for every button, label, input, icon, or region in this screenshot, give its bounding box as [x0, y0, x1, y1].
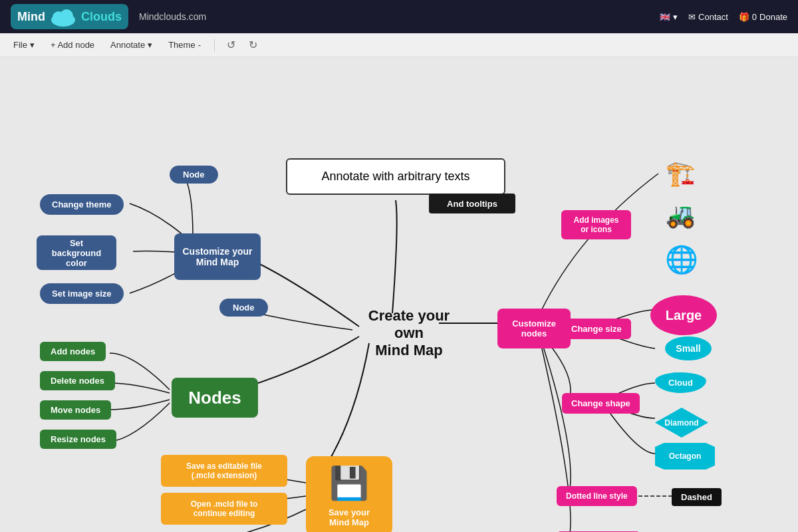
small-node[interactable]: Small [665, 336, 712, 360]
toolbar: File ▾ + Add node Annotate ▾ Theme - ↺ ↻ [0, 33, 798, 57]
resize-nodes-node[interactable]: Resize nodes [40, 430, 116, 449]
annotate-menu[interactable]: Annotate ▾ [105, 37, 158, 53]
language-selector[interactable]: 🇬🇧 ▾ [660, 12, 678, 22]
move-nodes-node[interactable]: Move nodes [40, 400, 111, 420]
canvas-inner: Create your own Mind Map Annotate with a… [0, 57, 798, 532]
tooltip-node: And tooltips [429, 194, 515, 213]
set-image-size-node[interactable]: Set image size [40, 283, 124, 304]
navbar-right: 🇬🇧 ▾ ✉ Contact 🎁 0 Donate [660, 12, 787, 22]
center-node[interactable]: Create your own Mind Map [356, 310, 462, 356]
theme-menu[interactable]: Theme - [163, 37, 206, 53]
change-shape-node[interactable]: Change shape [562, 393, 640, 414]
customize-nodes-node[interactable]: Customize nodes [497, 309, 571, 348]
undo-button[interactable]: ↺ [223, 37, 239, 53]
dashed-label-node[interactable]: Dashed [672, 488, 722, 506]
logo-clouds-text: Clouds [81, 10, 122, 24]
floppy-icon: 💾 [329, 465, 369, 502]
save-editable-node[interactable]: Save as editable file (.mcld extension) [161, 455, 287, 487]
donate-button[interactable]: 🎁 0 Donate [739, 12, 787, 22]
cloud-shape-node[interactable]: Cloud [655, 372, 706, 393]
center-node-label: Create your own Mind Map [356, 307, 462, 359]
add-images-node[interactable]: Add images or icons [561, 210, 631, 239]
set-bg-color-node[interactable]: Set background color [37, 235, 116, 270]
change-size-node[interactable]: Change size [562, 319, 631, 339]
navbar: Mind Clouds Mindclouds.com 🇬🇧 ▾ ✉ Contac… [0, 0, 798, 33]
logo-box: Mind Clouds [11, 4, 128, 29]
large-node[interactable]: Large [650, 295, 717, 335]
delete-nodes-node[interactable]: Delete nodes [40, 371, 115, 390]
bulldozer-icon: 🚜 [650, 197, 710, 233]
node-label-1[interactable]: Node [170, 166, 218, 184]
add-node-button[interactable]: + Add node [45, 37, 100, 53]
org-chart-icon: 🏗️ [650, 154, 710, 194]
separator [214, 39, 215, 52]
diamond-shape-node[interactable]: Diamond [655, 408, 708, 438]
svg-point-2 [60, 9, 73, 23]
redo-button[interactable]: ↻ [245, 37, 261, 53]
octagon-shape-node[interactable]: Octagon [655, 443, 715, 469]
change-theme-node[interactable]: Change theme [40, 194, 124, 215]
globe-icon: 🌐 [658, 241, 705, 278]
node-label-2[interactable]: Node [219, 299, 268, 317]
add-nodes-node[interactable]: Add nodes [40, 342, 106, 361]
open-mcld-node[interactable]: Open .mcld file to continue editing [161, 493, 287, 525]
navbar-left: Mind Clouds Mindclouds.com [11, 4, 206, 29]
contact-button[interactable]: ✉ Contact [688, 12, 728, 22]
customize-mindmap-node[interactable]: Customize your Mind Map [174, 233, 261, 280]
site-name: Mindclouds.com [139, 11, 206, 22]
dotted-line-node[interactable]: Dotted line style [557, 486, 637, 506]
canvas: Create your own Mind Map Annotate with a… [0, 57, 798, 532]
logo-mind-text: Mind [17, 10, 45, 24]
nodes-group-node[interactable]: Nodes [172, 378, 258, 418]
file-menu[interactable]: File ▾ [8, 37, 40, 53]
cloud-icon [49, 7, 77, 27]
save-node[interactable]: 💾 Save your Mind Map [306, 456, 392, 532]
annotate-text-node[interactable]: Annotate with arbitrary texts [286, 158, 505, 195]
